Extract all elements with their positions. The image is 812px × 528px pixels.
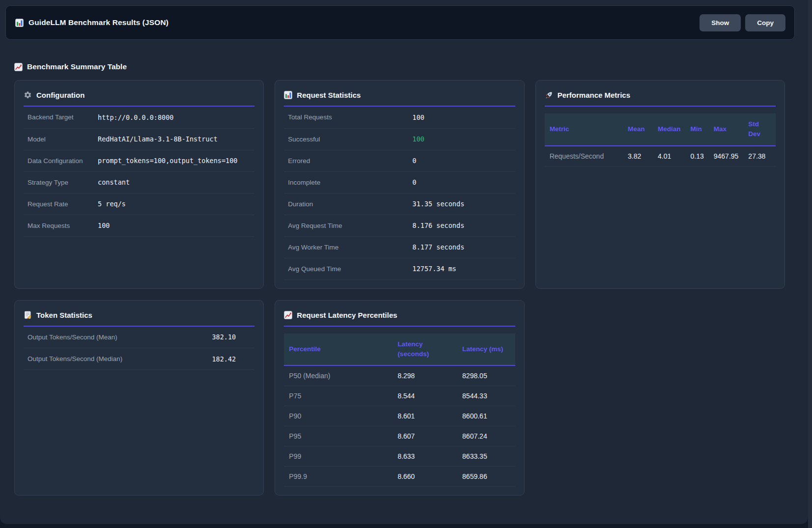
table-row: Data Configuration prompt_tokens=100,out…: [24, 150, 254, 171]
header-actions: Show Copy: [700, 14, 785, 31]
latency-percentiles-card-header: Request Latency Percentiles: [284, 309, 515, 327]
column-header: Latency (seconds): [392, 333, 457, 366]
rocket-icon: [545, 91, 553, 99]
column-header: Median: [653, 113, 686, 146]
column-header: Std Dev: [743, 113, 776, 146]
cell-latency-ms: 8633.35: [457, 446, 515, 467]
column-header: Max: [709, 113, 744, 146]
page-title-text: GuideLLM Benchmark Results (JSON): [28, 18, 168, 27]
row-label: Model: [24, 128, 98, 150]
performance-metrics-table: Metric Mean Median Min Max Std Dev Reque…: [545, 113, 776, 167]
chart-increasing-icon: [284, 311, 292, 319]
row-value: http://0.0.0.0:8000: [98, 107, 254, 128]
section-heading-text: Benchmark Summary Table: [27, 62, 127, 71]
row-value: 382.10: [212, 327, 254, 348]
page-title: GuideLLM Benchmark Results (JSON): [15, 18, 168, 27]
table-row: Output Tokens/Second (Mean) 382.10: [24, 327, 254, 348]
row-value: constant: [98, 171, 254, 193]
cards-grid: Configuration Backend Target http://0.0.…: [14, 80, 785, 496]
row-label: Avg Queued Time: [284, 258, 412, 279]
cell-percentile: P99: [284, 446, 392, 467]
performance-metrics-card-header: Performance Metrics: [545, 89, 776, 107]
cell-latency-ms: 8298.05: [457, 365, 515, 386]
row-value: 8.177 seconds: [413, 236, 515, 258]
row-label: Avg Request Time: [284, 215, 412, 236]
latency-percentiles-table: Percentile Latency (seconds) Latency (ms…: [284, 333, 515, 487]
table-row: P99.9 8.660 8659.86: [284, 467, 515, 487]
token-statistics-card-header: Token Statistics: [24, 309, 254, 327]
table-row: Incomplete 0: [284, 171, 515, 193]
cell-max: 9467.95: [709, 146, 744, 167]
gear-icon: [24, 91, 32, 99]
table-row: Model RedHatAI/Llama-3.1-8B-Instruct: [24, 128, 254, 150]
table-row: Errored 0: [284, 150, 515, 171]
table-row: Backend Target http://0.0.0.0:8000: [24, 107, 254, 128]
content: Benchmark Summary Table Configuration Ba…: [0, 40, 808, 496]
table-row: Output Tokens/Second (Median) 182.42: [24, 348, 254, 370]
table-row: Successful 100: [284, 128, 515, 150]
card-title: Token Statistics: [36, 311, 92, 319]
card-title: Request Statistics: [297, 91, 361, 99]
cell-latency-seconds: 8.607: [392, 426, 457, 446]
cell-percentile: P75: [284, 386, 392, 406]
header-bar: GuideLLM Benchmark Results (JSON) Show C…: [5, 5, 795, 40]
column-header: Percentile: [284, 333, 392, 366]
column-header: Min: [685, 113, 708, 146]
table-row: Total Requests 100: [284, 107, 515, 128]
request-statistics-table: Total Requests 100 Successful 100 Errore…: [284, 107, 515, 280]
row-value: 31.35 seconds: [413, 193, 515, 215]
card-title: Performance Metrics: [558, 91, 630, 99]
table-row: P99 8.633 8633.35: [284, 446, 515, 467]
bar-chart-icon: [284, 91, 292, 99]
row-value: 5 req/s: [98, 193, 254, 215]
row-label: Errored: [284, 150, 412, 171]
row-label: Successful: [284, 128, 412, 150]
table-row: Requests/Second 3.82 4.01 0.13 9467.95 2…: [545, 146, 776, 167]
chart-increasing-icon: [14, 63, 23, 71]
table-row: P50 (Median) 8.298 8298.05: [284, 365, 515, 386]
row-label: Strategy Type: [24, 171, 98, 193]
grid-spacer: [535, 300, 785, 496]
cell-latency-seconds: 8.633: [392, 446, 457, 467]
row-value: 0: [413, 171, 515, 193]
row-label: Total Requests: [284, 107, 412, 128]
table-row: Avg Queued Time 12757.34 ms: [284, 258, 515, 279]
request-statistics-card-header: Request Statistics: [284, 89, 515, 107]
cell-latency-seconds: 8.544: [392, 386, 457, 406]
cell-metric: Requests/Second: [545, 146, 623, 167]
card-title: Configuration: [36, 91, 84, 99]
latency-percentiles-card: Request Latency Percentiles Percentile L…: [275, 300, 524, 496]
scrollbar[interactable]: [808, 0, 812, 528]
card-title: Request Latency Percentiles: [297, 311, 397, 319]
row-label: Max Requests: [24, 215, 98, 236]
cell-median: 4.01: [653, 146, 686, 167]
row-value: 8.176 seconds: [413, 215, 515, 236]
column-header: Mean: [623, 113, 653, 146]
show-button[interactable]: Show: [700, 14, 741, 31]
configuration-card: Configuration Backend Target http://0.0.…: [14, 80, 264, 289]
cell-latency-ms: 8600.61: [457, 406, 515, 426]
row-label: Duration: [284, 193, 412, 215]
cell-latency-seconds: 8.298: [392, 365, 457, 386]
cell-percentile: P95: [284, 426, 392, 446]
copy-button[interactable]: Copy: [745, 14, 785, 31]
table-row: Avg Request Time 8.176 seconds: [284, 215, 515, 236]
cell-percentile: P90: [284, 406, 392, 426]
column-header: Metric: [545, 113, 623, 146]
row-label: Request Rate: [24, 193, 98, 215]
row-label: Backend Target: [24, 107, 98, 128]
cell-latency-seconds: 8.660: [392, 467, 457, 487]
table-row: Strategy Type constant: [24, 171, 254, 193]
row-label: Avg Worker Time: [284, 236, 412, 258]
row-value: 100: [98, 215, 254, 236]
cell-stddev: 27.38: [743, 146, 776, 167]
cell-mean: 3.82: [623, 146, 653, 167]
row-value: 12757.34 ms: [413, 258, 515, 279]
table-row: P90 8.601 8600.61: [284, 406, 515, 426]
cell-latency-ms: 8544.33: [457, 386, 515, 406]
table-row: P75 8.544 8544.33: [284, 386, 515, 406]
table-row: Max Requests 100: [24, 215, 254, 236]
section-heading: Benchmark Summary Table: [14, 62, 785, 71]
row-label: Data Configuration: [24, 150, 98, 171]
table-header-row: Percentile Latency (seconds) Latency (ms…: [284, 333, 515, 366]
